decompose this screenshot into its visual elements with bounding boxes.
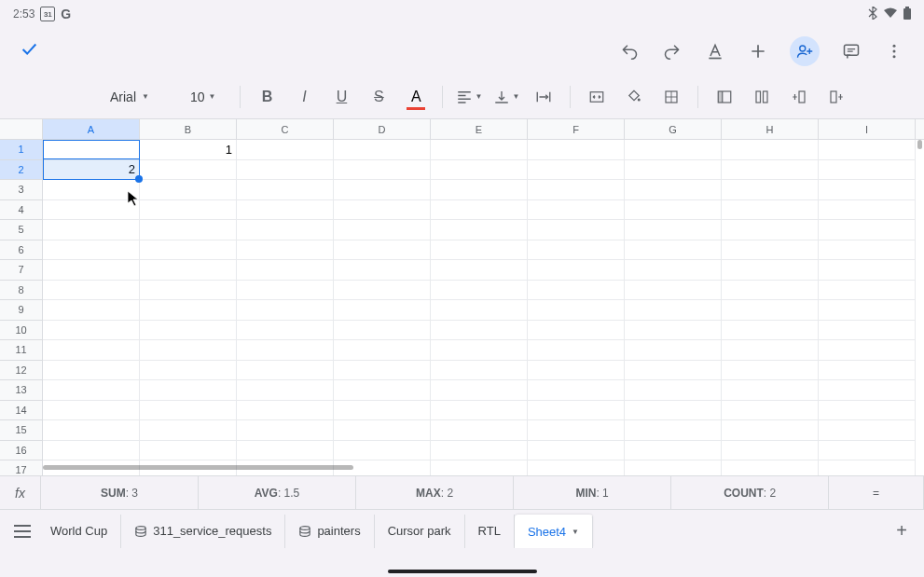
cell[interactable]: [237, 200, 334, 221]
cell[interactable]: [819, 160, 916, 181]
borders-button[interactable]: [655, 80, 688, 114]
cell[interactable]: [722, 401, 819, 421]
redo-button[interactable]: [661, 40, 683, 62]
stat-count[interactable]: COUNT: 2: [671, 476, 829, 509]
cell[interactable]: [528, 180, 625, 200]
cell[interactable]: [237, 321, 334, 341]
cell[interactable]: [722, 300, 819, 321]
cell[interactable]: [819, 140, 916, 160]
cell[interactable]: [528, 321, 625, 341]
cell[interactable]: [237, 140, 334, 160]
cell[interactable]: [237, 260, 334, 281]
cell[interactable]: [237, 420, 334, 441]
cell[interactable]: [43, 340, 140, 361]
cell[interactable]: [140, 401, 237, 421]
cell[interactable]: [722, 380, 819, 401]
add-sheet-button[interactable]: +: [887, 520, 917, 542]
row-header-10[interactable]: 10: [0, 321, 42, 341]
cell[interactable]: [722, 200, 819, 221]
column-header-H[interactable]: H: [722, 119, 819, 139]
cell[interactable]: [431, 140, 528, 160]
cell[interactable]: [722, 180, 819, 200]
cell[interactable]: [431, 401, 528, 421]
cell[interactable]: [43, 321, 140, 341]
cell[interactable]: [431, 180, 528, 200]
stat-avg[interactable]: AVG: 1.5: [199, 476, 356, 509]
cell[interactable]: [722, 240, 819, 261]
cell[interactable]: [528, 240, 625, 261]
cell[interactable]: [625, 140, 722, 160]
cell[interactable]: [819, 180, 916, 200]
column-header-B[interactable]: B: [140, 119, 237, 139]
cell[interactable]: [431, 460, 528, 475]
cell[interactable]: [237, 240, 334, 261]
vertical-align-button[interactable]: ▼: [490, 80, 523, 114]
cell[interactable]: [625, 321, 722, 341]
cell[interactable]: [528, 401, 625, 421]
cell[interactable]: [334, 300, 431, 321]
cell[interactable]: [528, 200, 625, 221]
cell[interactable]: [334, 441, 431, 461]
cell[interactable]: [625, 200, 722, 221]
cell[interactable]: [819, 300, 916, 321]
cell[interactable]: [722, 281, 819, 301]
cell[interactable]: [625, 420, 722, 441]
cell[interactable]: [722, 420, 819, 441]
row-header-14[interactable]: 14: [0, 401, 42, 421]
cell[interactable]: [625, 361, 722, 381]
sheet-tab-painters[interactable]: painters: [285, 515, 374, 548]
cells-area[interactable]: 11 2: [43, 140, 924, 475]
stat-max[interactable]: MAX: 2: [356, 476, 514, 509]
cell[interactable]: [43, 220, 140, 240]
cell[interactable]: [334, 180, 431, 200]
column-header-C[interactable]: C: [237, 119, 334, 139]
more-menu-button[interactable]: [883, 40, 905, 62]
cell[interactable]: [722, 460, 819, 475]
cell[interactable]: [334, 220, 431, 240]
cell[interactable]: [625, 260, 722, 281]
row-header-12[interactable]: 12: [0, 361, 42, 381]
column-header-E[interactable]: E: [431, 119, 528, 139]
cell[interactable]: [819, 220, 916, 240]
cell[interactable]: [334, 240, 431, 261]
cell[interactable]: [237, 441, 334, 461]
cell[interactable]: [43, 260, 140, 281]
cell[interactable]: [528, 340, 625, 361]
cell[interactable]: [528, 420, 625, 441]
cell[interactable]: [819, 340, 916, 361]
cell[interactable]: [237, 300, 334, 321]
cell[interactable]: [819, 460, 916, 475]
share-button[interactable]: [790, 36, 820, 66]
sheet-tab-world-cup[interactable]: World Cup: [37, 515, 121, 548]
cell[interactable]: [140, 160, 237, 181]
row-header-5[interactable]: 5: [0, 220, 42, 240]
cell[interactable]: [334, 420, 431, 441]
comment-button[interactable]: [840, 40, 862, 62]
cell[interactable]: [819, 260, 916, 281]
cell[interactable]: [140, 260, 237, 281]
cell[interactable]: [722, 361, 819, 381]
cell[interactable]: [819, 200, 916, 221]
cell[interactable]: [237, 340, 334, 361]
formula-fx-label[interactable]: fx: [0, 476, 41, 509]
cell[interactable]: [431, 340, 528, 361]
cell[interactable]: [431, 380, 528, 401]
cell[interactable]: [140, 380, 237, 401]
undo-button[interactable]: [618, 40, 641, 62]
cell[interactable]: [334, 160, 431, 181]
cell[interactable]: [819, 321, 916, 341]
cell[interactable]: [431, 300, 528, 321]
cell-B1[interactable]: 1: [140, 140, 237, 160]
cell[interactable]: [43, 401, 140, 421]
cell[interactable]: [431, 321, 528, 341]
cell-A1[interactable]: 1: [43, 140, 140, 160]
cell[interactable]: [819, 380, 916, 401]
cell[interactable]: [722, 321, 819, 341]
cell[interactable]: [140, 200, 237, 221]
cell[interactable]: [819, 240, 916, 261]
cell[interactable]: [625, 340, 722, 361]
horizontal-align-button[interactable]: ▼: [452, 80, 486, 114]
row-header-17[interactable]: 17: [0, 460, 42, 475]
stat-sum[interactable]: SUM: 3: [41, 476, 199, 509]
row-header-6[interactable]: 6: [0, 240, 42, 261]
